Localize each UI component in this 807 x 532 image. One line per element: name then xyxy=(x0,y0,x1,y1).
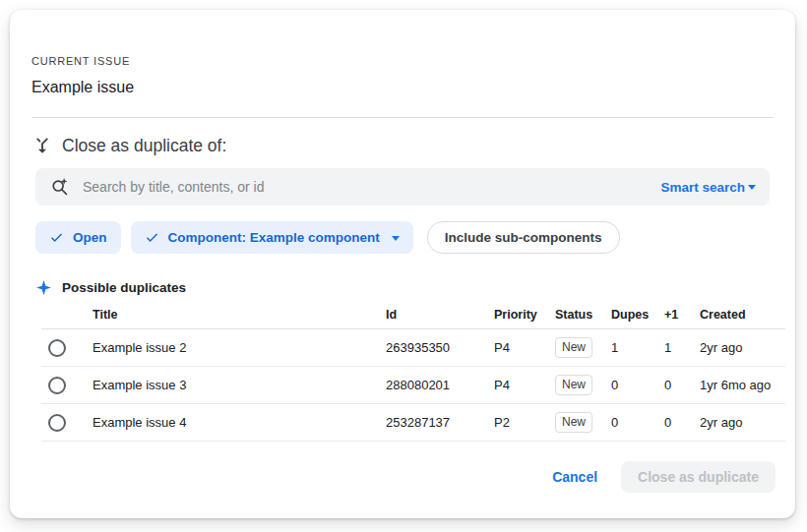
smart-search-icon xyxy=(49,176,71,198)
row-radio-button[interactable] xyxy=(48,414,66,432)
row-radio-button[interactable] xyxy=(48,377,66,394)
header-divider xyxy=(31,117,774,118)
cell-dupes: 1 xyxy=(611,340,664,355)
chevron-down-icon xyxy=(392,236,400,241)
cell-created: 2yr ago xyxy=(700,340,785,355)
cell-created: 1yr 6mo ago xyxy=(700,378,785,392)
cell-id: 288080201 xyxy=(386,378,494,392)
col-priority: Priority xyxy=(494,308,555,322)
check-icon xyxy=(49,230,64,245)
table-header-row: Title Id Priority Status Dupes +1 Create… xyxy=(41,300,785,329)
cell-priority: P2 xyxy=(494,415,555,430)
smart-search-dropdown[interactable]: Smart search xyxy=(660,180,756,195)
merge-duplicate-icon xyxy=(31,135,53,156)
cancel-button[interactable]: Cancel xyxy=(538,463,611,491)
possible-duplicates-heading: Possible duplicates xyxy=(62,280,186,295)
col-status: Status xyxy=(555,308,611,322)
cell-priority: P4 xyxy=(494,340,555,355)
filter-chip-open[interactable]: Open xyxy=(35,221,121,254)
close-as-duplicate-dialog: CURRENT ISSUE Example issue Close as dup… xyxy=(10,10,795,518)
cell-plus1: 0 xyxy=(664,378,700,392)
cell-dupes: 0 xyxy=(611,378,664,392)
status-badge: New xyxy=(555,337,592,358)
cell-created: 2yr ago xyxy=(700,415,785,430)
include-subcomponents-button[interactable]: Include sub-components xyxy=(427,221,620,254)
cell-title: Example issue 4 xyxy=(93,415,386,430)
check-icon xyxy=(145,230,159,245)
duplicates-table: Title Id Priority Status Dupes +1 Create… xyxy=(41,300,785,442)
cell-dupes: 0 xyxy=(611,415,664,430)
current-issue-title: Example issue xyxy=(31,79,774,96)
table-row[interactable]: Example issue 4 253287137 P2 New 0 0 2yr… xyxy=(41,404,785,442)
smart-search-label: Smart search xyxy=(660,180,745,195)
cell-status: New xyxy=(555,375,611,395)
cell-priority: P4 xyxy=(494,378,555,392)
col-dupes: Dupes xyxy=(611,308,664,322)
cell-plus1: 0 xyxy=(664,415,700,430)
status-badge: New xyxy=(555,375,592,395)
col-created: Created xyxy=(700,308,785,322)
cell-status: New xyxy=(555,337,611,358)
sparkle-icon xyxy=(35,279,52,296)
cell-id: 253287137 xyxy=(386,415,494,430)
cell-title: Example issue 3 xyxy=(93,378,386,392)
table-row[interactable]: Example issue 2 263935350 P4 New 1 1 2yr… xyxy=(41,329,785,367)
col-id: Id xyxy=(386,308,494,322)
duplicate-search-bar[interactable]: Smart search xyxy=(35,168,770,206)
status-badge: New xyxy=(555,412,592,433)
filter-chip-component[interactable]: Component: Example component xyxy=(131,221,413,254)
cell-plus1: 1 xyxy=(664,340,700,355)
dialog-heading: Close as duplicate of: xyxy=(62,136,226,156)
filter-chip-open-label: Open xyxy=(73,230,107,245)
close-as-duplicate-button[interactable]: Close as duplicate xyxy=(621,461,776,493)
search-input[interactable] xyxy=(83,179,649,195)
current-issue-label: CURRENT ISSUE xyxy=(31,55,774,67)
table-row[interactable]: Example issue 3 288080201 P4 New 0 0 1yr… xyxy=(41,367,785,404)
filter-chip-component-label: Component: Example component xyxy=(168,230,380,245)
cell-status: New xyxy=(555,412,611,433)
cell-title: Example issue 2 xyxy=(93,340,386,355)
col-title: Title xyxy=(93,308,386,322)
cell-id: 263935350 xyxy=(386,340,494,355)
col-plus1: +1 xyxy=(664,308,700,322)
row-radio-button[interactable] xyxy=(48,339,66,357)
chevron-down-icon xyxy=(748,185,756,190)
